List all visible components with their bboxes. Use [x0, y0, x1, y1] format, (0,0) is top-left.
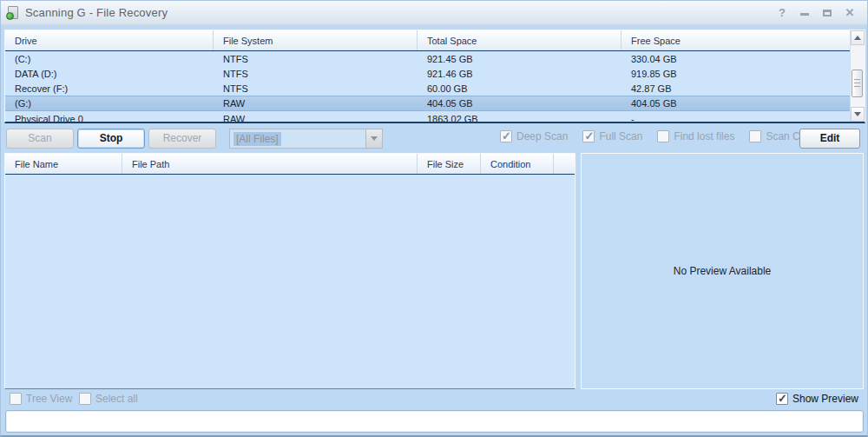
show-preview-checkbox[interactable]: Show Preview — [776, 393, 858, 405]
drive-free: 330.04 GB — [621, 54, 850, 64]
preview-panel: No Preview Available — [581, 153, 864, 389]
drive-free: 404.05 GB — [621, 98, 850, 109]
drive-name: (G:) — [5, 98, 214, 109]
checkbox-icon — [657, 130, 669, 142]
checkbox-icon — [749, 130, 761, 142]
scroll-down-icon[interactable] — [851, 107, 865, 122]
file-list-empty-area — [5, 175, 575, 388]
table-row-drive-f[interactable]: Recover (F:) NTFS 60.00 GB 42.87 GB — [5, 81, 850, 96]
table-row-physical-drive-0[interactable]: Physical Drive 0 RAW 1863.02 GB - — [5, 111, 850, 122]
column-header-free-space[interactable]: Free Space — [621, 30, 850, 50]
full-scan-checkbox[interactable]: Full Scan — [582, 130, 642, 142]
drive-total: 921.46 GB — [418, 69, 621, 79]
file-table-header: File Name File Path File Size Condition — [5, 154, 575, 175]
column-header-file-name[interactable]: File Name — [5, 154, 122, 174]
file-table: File Name File Path File Size Condition — [4, 153, 575, 389]
progress-bar — [5, 410, 864, 433]
drive-fs: RAW — [214, 98, 418, 109]
checkbox-icon — [79, 393, 91, 405]
drive-total: 1863.02 GB — [418, 114, 621, 122]
drive-name: Physical Drive 0 — [5, 114, 214, 122]
stop-button[interactable]: Stop — [77, 129, 145, 149]
table-row-drive-c[interactable]: (C:) NTFS 921.45 GB 330.04 GB — [5, 51, 850, 66]
close-icon[interactable]: ✕ — [843, 6, 857, 19]
window-title: Scanning G - File Recovery — [25, 6, 168, 19]
checkbox-icon — [776, 393, 788, 405]
drive-free: 42.87 GB — [621, 83, 850, 94]
drive-name: (C:) — [5, 54, 214, 64]
file-type-dropdown[interactable]: [All Files] — [229, 129, 383, 149]
drive-fs: NTFS — [214, 83, 418, 94]
drive-table: Drive File System Total Space Free Space… — [4, 30, 865, 123]
edit-button[interactable]: Edit — [799, 129, 860, 149]
find-lost-files-label: Find lost files — [674, 130, 734, 142]
drive-total: 921.45 GB — [418, 54, 621, 64]
column-header-drive[interactable]: Drive — [5, 30, 214, 50]
checkbox-icon — [500, 130, 512, 142]
recover-button[interactable]: Recover — [148, 129, 216, 149]
drive-free: - — [621, 114, 850, 122]
drive-name: DATA (D:) — [5, 69, 214, 79]
maximize-icon[interactable] — [820, 6, 834, 19]
select-all-checkbox[interactable]: Select all — [79, 393, 138, 405]
table-row-drive-d[interactable]: DATA (D:) NTFS 921.46 GB 919.85 GB — [5, 66, 850, 81]
drive-table-scrollbar[interactable] — [850, 30, 865, 122]
drive-fs: RAW — [214, 114, 418, 122]
no-preview-message: No Preview Available — [674, 265, 772, 277]
select-all-label: Select all — [95, 393, 138, 405]
checkbox-icon — [10, 393, 22, 405]
chevron-down-icon[interactable] — [365, 129, 382, 148]
tree-view-checkbox[interactable]: Tree View — [10, 393, 72, 405]
file-type-value: [All Files] — [233, 132, 281, 146]
drive-free: 919.85 GB — [621, 69, 850, 79]
drive-fs: NTFS — [214, 54, 418, 64]
scroll-up-icon[interactable] — [851, 30, 865, 45]
app-icon — [8, 6, 18, 19]
column-header-file-path[interactable]: File Path — [122, 154, 418, 174]
minimize-icon[interactable] — [798, 6, 812, 19]
show-preview-label: Show Preview — [792, 393, 858, 405]
column-header-file-size[interactable]: File Size — [418, 154, 481, 174]
column-header-total-space[interactable]: Total Space — [418, 30, 621, 50]
drive-fs: NTFS — [214, 69, 418, 79]
deep-scan-label: Deep Scan — [516, 130, 568, 142]
scrollbar-track[interactable] — [851, 45, 865, 107]
drive-total: 404.05 GB — [418, 98, 621, 109]
drive-rows: (C:) NTFS 921.45 GB 330.04 GB DATA (D:) … — [5, 51, 850, 122]
scan-options: Deep Scan Full Scan Find lost files Scan… — [500, 130, 847, 142]
tree-view-label: Tree View — [26, 393, 72, 405]
footer: Tree View Select all Show Preview — [1, 391, 867, 408]
help-icon[interactable]: ? — [775, 6, 789, 19]
column-header-condition[interactable]: Condition — [481, 154, 554, 174]
find-lost-files-checkbox[interactable]: Find lost files — [657, 130, 734, 142]
table-row-drive-g-selected[interactable]: (G:) RAW 404.05 GB 404.05 GB — [5, 96, 850, 111]
deep-scan-checkbox[interactable]: Deep Scan — [500, 130, 568, 142]
scan-button[interactable]: Scan — [6, 129, 74, 149]
drive-table-header: Drive File System Total Space Free Space — [5, 30, 850, 51]
checkbox-icon — [582, 130, 595, 142]
title-bar: Scanning G - File Recovery ? ✕ — [1, 1, 867, 25]
drive-name: Recover (F:) — [5, 83, 214, 94]
scrollbar-thumb[interactable] — [852, 70, 863, 97]
column-header-spacer — [554, 154, 575, 174]
column-header-file-system[interactable]: File System — [214, 30, 418, 50]
toolbar: Scan Stop Recover [All Files] Deep Scan … — [1, 128, 867, 150]
full-scan-label: Full Scan — [599, 130, 642, 142]
drive-total: 60.00 GB — [418, 83, 621, 94]
file-recovery-window: Scanning G - File Recovery ? ✕ Drive Fil… — [0, 0, 868, 437]
